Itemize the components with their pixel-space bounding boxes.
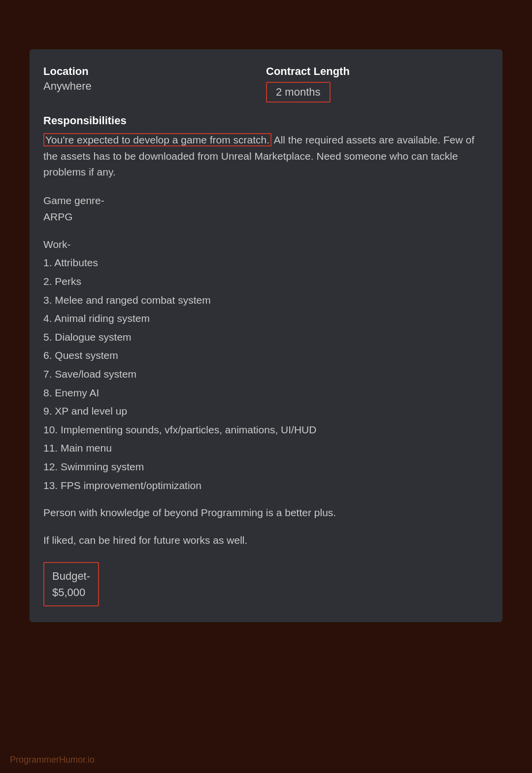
work-item-5: 5. Dialogue system: [43, 329, 489, 346]
location-label: Location: [43, 65, 266, 78]
responsibilities-text: You're expected to develop a game from s…: [43, 132, 489, 180]
work-item-1: 1. Attributes: [43, 254, 489, 271]
work-item-11: 11. Main menu: [43, 440, 489, 457]
contract-value: 2 months: [266, 82, 331, 103]
meta-section: Location Anywhere Contract Length 2 mont…: [43, 65, 489, 103]
work-item-6: 6. Quest system: [43, 347, 489, 364]
work-item-9: 9. XP and level up: [43, 403, 489, 420]
location-section: Location Anywhere: [43, 65, 266, 93]
work-item-4: 4. Animal riding system: [43, 310, 489, 327]
budget-value: $5,000: [52, 584, 90, 600]
watermark: ProgrammerHumor.io: [10, 755, 95, 765]
hire-text: If liked, can be hired for future works …: [43, 532, 489, 549]
work-block: Work- 1. Attributes 2. Perks 3. Melee an…: [43, 236, 489, 493]
budget-box: Budget- $5,000: [43, 562, 99, 606]
location-value: Anywhere: [43, 80, 266, 93]
budget-label: Budget-: [52, 568, 90, 584]
bottom-bar: ProgrammerHumor.io: [0, 622, 532, 773]
responsibilities-title: Responsibilities: [43, 114, 489, 127]
genre-label: Game genre-: [43, 192, 489, 209]
work-label: Work-: [43, 236, 489, 253]
work-item-7: 7. Save/load system: [43, 366, 489, 383]
work-item-12: 12. Swimming system: [43, 458, 489, 475]
work-item-8: 8. Enemy AI: [43, 385, 489, 401]
work-item-2: 2. Perks: [43, 273, 489, 290]
genre-block: Game genre- ARPG: [43, 192, 489, 225]
work-item-3: 3. Melee and ranged combat system: [43, 292, 489, 309]
genre-value: ARPG: [43, 209, 489, 225]
contract-section: Contract Length 2 months: [266, 65, 489, 103]
plus-text: Person with knowledge of beyond Programm…: [43, 504, 489, 521]
work-item-10: 10. Implementing sounds, vfx/particles, …: [43, 422, 489, 438]
job-card: Location Anywhere Contract Length 2 mont…: [30, 49, 502, 622]
top-bar: [0, 0, 532, 49]
responsibilities-highlight: You're expected to develop a game from s…: [43, 133, 271, 146]
work-item-13: 13. FPS improvement/optimization: [43, 477, 489, 494]
contract-label: Contract Length: [266, 65, 350, 78]
